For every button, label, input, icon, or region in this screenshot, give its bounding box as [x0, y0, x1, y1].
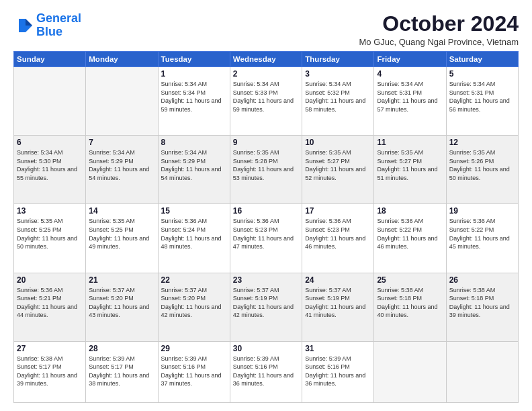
day-number: 20: [17, 275, 83, 285]
day-detail: Sunrise: 5:35 AM Sunset: 5:25 PM Dayligh…: [89, 217, 154, 250]
day-detail: Sunrise: 5:36 AM Sunset: 5:24 PM Dayligh…: [161, 217, 227, 250]
day-detail: Sunrise: 5:38 AM Sunset: 5:18 PM Dayligh…: [449, 286, 515, 320]
day-detail: Sunrise: 5:36 AM Sunset: 5:22 PM Dayligh…: [377, 217, 443, 250]
table-row: 26Sunrise: 5:38 AM Sunset: 5:18 PM Dayli…: [446, 273, 518, 341]
table-row: 9Sunrise: 5:35 AM Sunset: 5:28 PM Daylig…: [230, 136, 302, 204]
day-detail: Sunrise: 5:35 AM Sunset: 5:28 PM Dayligh…: [233, 148, 299, 182]
day-number: 16: [233, 206, 299, 216]
table-row: 31Sunrise: 5:39 AM Sunset: 5:16 PM Dayli…: [302, 341, 374, 402]
table-row: 4Sunrise: 5:34 AM Sunset: 5:31 PM Daylig…: [374, 67, 446, 136]
col-friday: Friday: [374, 52, 446, 67]
day-detail: Sunrise: 5:35 AM Sunset: 5:27 PM Dayligh…: [305, 148, 371, 182]
day-detail: Sunrise: 5:37 AM Sunset: 5:20 PM Dayligh…: [89, 286, 154, 320]
calendar-table: Sunday Monday Tuesday Wednesday Thursday…: [13, 51, 519, 403]
table-row: [374, 341, 446, 402]
day-detail: Sunrise: 5:36 AM Sunset: 5:22 PM Dayligh…: [449, 217, 515, 250]
calendar-week-row: 13Sunrise: 5:35 AM Sunset: 5:25 PM Dayli…: [14, 204, 519, 273]
day-number: 22: [161, 275, 227, 285]
logo-icon: [13, 16, 32, 35]
day-detail: Sunrise: 5:34 AM Sunset: 5:30 PM Dayligh…: [17, 148, 83, 182]
logo-line1: General: [36, 11, 81, 25]
day-number: 9: [233, 138, 299, 147]
col-sunday: Sunday: [14, 52, 86, 67]
day-detail: Sunrise: 5:36 AM Sunset: 5:21 PM Dayligh…: [17, 286, 83, 320]
table-row: 17Sunrise: 5:36 AM Sunset: 5:23 PM Dayli…: [302, 204, 374, 273]
day-number: 19: [449, 206, 515, 216]
day-detail: Sunrise: 5:34 AM Sunset: 5:31 PM Dayligh…: [449, 80, 515, 113]
table-row: 22Sunrise: 5:37 AM Sunset: 5:20 PM Dayli…: [158, 273, 230, 341]
day-detail: Sunrise: 5:36 AM Sunset: 5:23 PM Dayligh…: [233, 217, 299, 250]
day-detail: Sunrise: 5:39 AM Sunset: 5:17 PM Dayligh…: [89, 355, 154, 388]
table-row: [86, 67, 158, 136]
day-number: 6: [17, 138, 83, 147]
day-number: 3: [305, 69, 371, 79]
calendar-header-row: Sunday Monday Tuesday Wednesday Thursday…: [14, 52, 519, 67]
table-row: 16Sunrise: 5:36 AM Sunset: 5:23 PM Dayli…: [230, 204, 302, 273]
table-row: 8Sunrise: 5:34 AM Sunset: 5:29 PM Daylig…: [158, 136, 230, 204]
day-number: 21: [89, 275, 154, 285]
day-detail: Sunrise: 5:34 AM Sunset: 5:31 PM Dayligh…: [377, 80, 443, 113]
day-number: 15: [161, 206, 227, 216]
logo: General Blue: [13, 12, 81, 39]
day-number: 13: [17, 206, 83, 216]
title-block: October 2024 Mo GJuc, Quang Ngai Provinc…: [359, 12, 519, 47]
day-number: 10: [305, 138, 371, 147]
day-number: 11: [377, 138, 443, 147]
day-detail: Sunrise: 5:37 AM Sunset: 5:19 PM Dayligh…: [233, 286, 299, 320]
day-number: 17: [305, 206, 371, 216]
logo-line2: Blue: [36, 25, 62, 38]
day-detail: Sunrise: 5:37 AM Sunset: 5:19 PM Dayligh…: [305, 286, 371, 320]
day-detail: Sunrise: 5:37 AM Sunset: 5:20 PM Dayligh…: [161, 286, 227, 320]
day-number: 30: [233, 344, 299, 353]
table-row: 2Sunrise: 5:34 AM Sunset: 5:33 PM Daylig…: [230, 67, 302, 136]
table-row: 27Sunrise: 5:38 AM Sunset: 5:17 PM Dayli…: [14, 341, 86, 402]
day-number: 25: [377, 275, 443, 285]
day-number: 29: [161, 344, 227, 353]
table-row: 18Sunrise: 5:36 AM Sunset: 5:22 PM Dayli…: [374, 204, 446, 273]
day-detail: Sunrise: 5:38 AM Sunset: 5:18 PM Dayligh…: [377, 286, 443, 320]
day-number: 31: [305, 344, 371, 353]
day-detail: Sunrise: 5:35 AM Sunset: 5:25 PM Dayligh…: [17, 217, 83, 250]
table-row: 7Sunrise: 5:34 AM Sunset: 5:29 PM Daylig…: [86, 136, 158, 204]
day-number: 28: [89, 344, 154, 353]
col-thursday: Thursday: [302, 52, 374, 67]
day-detail: Sunrise: 5:34 AM Sunset: 5:29 PM Dayligh…: [89, 148, 154, 182]
table-row: 10Sunrise: 5:35 AM Sunset: 5:27 PM Dayli…: [302, 136, 374, 204]
table-row: [14, 67, 86, 136]
table-row: 19Sunrise: 5:36 AM Sunset: 5:22 PM Dayli…: [446, 204, 518, 273]
day-detail: Sunrise: 5:39 AM Sunset: 5:16 PM Dayligh…: [161, 355, 227, 388]
day-detail: Sunrise: 5:34 AM Sunset: 5:32 PM Dayligh…: [305, 80, 371, 113]
table-row: 28Sunrise: 5:39 AM Sunset: 5:17 PM Dayli…: [86, 341, 158, 402]
day-detail: Sunrise: 5:35 AM Sunset: 5:27 PM Dayligh…: [377, 148, 443, 182]
day-number: 27: [17, 344, 83, 353]
table-row: 25Sunrise: 5:38 AM Sunset: 5:18 PM Dayli…: [374, 273, 446, 341]
col-saturday: Saturday: [446, 52, 518, 67]
table-row: 13Sunrise: 5:35 AM Sunset: 5:25 PM Dayli…: [14, 204, 86, 273]
day-number: 1: [161, 69, 227, 79]
day-number: 14: [89, 206, 154, 216]
day-number: 23: [233, 275, 299, 285]
table-row: 1Sunrise: 5:34 AM Sunset: 5:34 PM Daylig…: [158, 67, 230, 136]
header: General Blue October 2024 Mo GJuc, Quang…: [13, 12, 519, 47]
location: Mo GJuc, Quang Ngai Province, Vietnam: [359, 37, 519, 47]
day-detail: Sunrise: 5:36 AM Sunset: 5:23 PM Dayligh…: [305, 217, 371, 250]
table-row: 23Sunrise: 5:37 AM Sunset: 5:19 PM Dayli…: [230, 273, 302, 341]
col-tuesday: Tuesday: [158, 52, 230, 67]
day-number: 24: [305, 275, 371, 285]
table-row: 11Sunrise: 5:35 AM Sunset: 5:27 PM Dayli…: [374, 136, 446, 204]
table-row: 30Sunrise: 5:39 AM Sunset: 5:16 PM Dayli…: [230, 341, 302, 402]
table-row: 14Sunrise: 5:35 AM Sunset: 5:25 PM Dayli…: [86, 204, 158, 273]
logo-text: General Blue: [36, 12, 81, 39]
table-row: 15Sunrise: 5:36 AM Sunset: 5:24 PM Dayli…: [158, 204, 230, 273]
day-number: 5: [449, 69, 515, 79]
day-number: 8: [161, 138, 227, 147]
calendar-week-row: 1Sunrise: 5:34 AM Sunset: 5:34 PM Daylig…: [14, 67, 519, 136]
day-number: 4: [377, 69, 443, 79]
col-monday: Monday: [86, 52, 158, 67]
day-number: 12: [449, 138, 515, 147]
page: General Blue October 2024 Mo GJuc, Quang…: [0, 0, 532, 411]
day-number: 2: [233, 69, 299, 79]
day-detail: Sunrise: 5:34 AM Sunset: 5:33 PM Dayligh…: [233, 80, 299, 113]
table-row: 20Sunrise: 5:36 AM Sunset: 5:21 PM Dayli…: [14, 273, 86, 341]
col-wednesday: Wednesday: [230, 52, 302, 67]
